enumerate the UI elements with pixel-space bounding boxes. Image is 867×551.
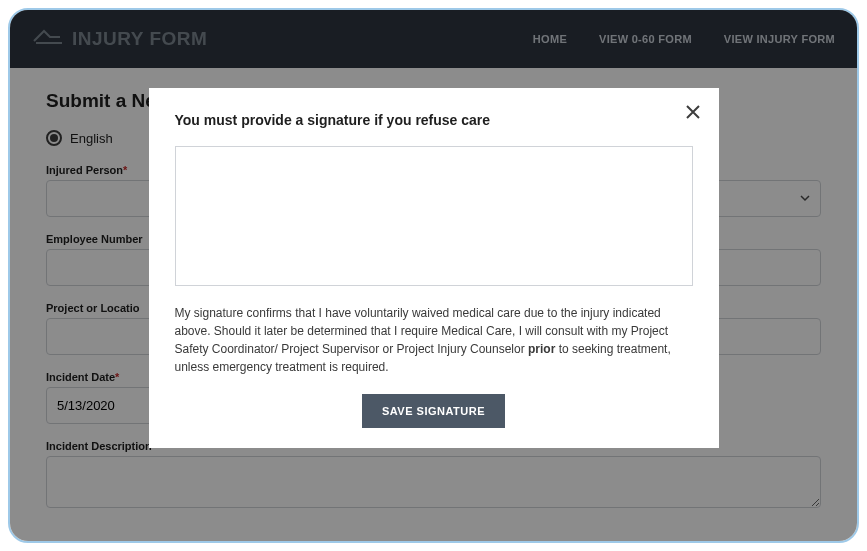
modal-title: You must provide a signature if you refu… (175, 112, 693, 128)
signature-canvas[interactable] (175, 146, 693, 286)
app-container: INJURY FORM HOME VIEW 0-60 FORM VIEW INJ… (10, 10, 857, 541)
signature-modal: You must provide a signature if you refu… (149, 88, 719, 448)
close-icon[interactable] (685, 104, 701, 125)
consent-text: My signature confirms that I have volunt… (175, 304, 693, 376)
save-signature-button[interactable]: SAVE SIGNATURE (362, 394, 505, 428)
app-frame: INJURY FORM HOME VIEW 0-60 FORM VIEW INJ… (8, 8, 859, 543)
modal-overlay[interactable]: You must provide a signature if you refu… (10, 10, 857, 541)
